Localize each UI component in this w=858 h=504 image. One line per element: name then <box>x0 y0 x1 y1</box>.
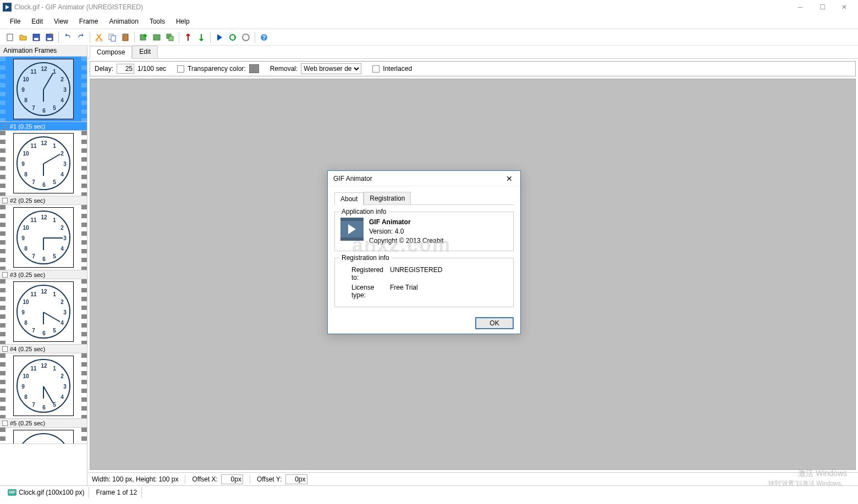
redo-icon[interactable] <box>75 31 87 43</box>
dimensions-label: Width: 100 px, Height: 100 px <box>92 475 178 483</box>
minimize-button[interactable]: ─ <box>789 0 811 14</box>
tab-compose[interactable]: Compose <box>90 46 132 59</box>
paste-icon[interactable] <box>119 31 131 43</box>
offsetx-input[interactable] <box>221 474 243 484</box>
frame-caption: #1 (0.25 sec) <box>0 121 87 130</box>
menu-view[interactable]: View <box>48 15 74 27</box>
undo-icon[interactable] <box>62 31 74 43</box>
frame-item[interactable]: 121234567891011#3 (0.25 sec) <box>0 205 87 279</box>
titlebar: Clock.gif - GIF Animator (UNREGISTERED) … <box>0 0 858 14</box>
moveup-icon[interactable] <box>182 31 194 43</box>
menu-animation[interactable]: Animation <box>104 15 144 27</box>
svg-marker-0 <box>6 5 9 9</box>
frame-caption: #3 (0.25 sec) <box>0 270 87 279</box>
frame-label: #1 (0.25 sec) <box>10 123 45 130</box>
delay-input[interactable] <box>117 64 134 74</box>
editor-tabs: Compose Edit <box>87 46 858 59</box>
save-icon[interactable] <box>30 31 42 43</box>
offsety-label: Offset Y: <box>257 475 282 483</box>
saveas-icon[interactable] <box>43 31 56 43</box>
frames-panel: Animation Frames 121234567891011#1 (0.25… <box>0 46 87 485</box>
frame-label: #2 (0.25 sec) <box>10 197 45 204</box>
transparency-checkbox[interactable] <box>177 65 184 73</box>
menubar: File Edit View Frame Animation Tools Hel… <box>0 14 858 29</box>
open-icon[interactable] <box>17 31 29 43</box>
movedown-icon[interactable] <box>195 31 207 43</box>
menu-tools[interactable]: Tools <box>144 15 170 27</box>
frame-caption: #4 (0.25 sec) <box>0 344 87 353</box>
app-name: GIF Animator <box>369 218 444 227</box>
app-logo-icon <box>340 218 364 241</box>
frame-label: #3 (0.25 sec) <box>10 272 45 278</box>
cut-icon[interactable] <box>93 31 105 43</box>
frame-caption: #5 (0.25 sec) <box>0 418 87 427</box>
registered-to-value: UNREGISTERED <box>390 266 442 281</box>
copy-icon[interactable] <box>106 31 118 43</box>
frame-checkbox[interactable] <box>2 198 8 203</box>
delay-label: Delay: <box>95 65 113 73</box>
dialog-close-icon[interactable]: ✕ <box>504 173 515 184</box>
license-type-value: Free Trial <box>390 284 418 299</box>
addframe-icon[interactable] <box>138 31 150 43</box>
reginfo-legend: Registration info <box>339 254 392 262</box>
svg-rect-15 <box>169 36 173 41</box>
svg-point-17 <box>230 35 235 40</box>
frames-list[interactable]: 121234567891011#1 (0.25 sec)121234567891… <box>0 57 87 485</box>
statusbar: GIFClock.gif (100x100 px) Frame 1 of 12 <box>0 485 858 499</box>
help-icon[interactable]: ? <box>258 31 270 43</box>
appinfo-legend: Application info <box>339 208 388 215</box>
removal-label: Removal: <box>270 65 298 73</box>
frame-caption: #2 (0.25 sec) <box>0 196 87 204</box>
window-title: Clock.gif - GIF Animator (UNREGISTERED) <box>14 3 789 11</box>
svg-rect-13 <box>153 35 160 40</box>
toolbar: ? <box>0 29 858 46</box>
svg-point-18 <box>243 34 249 41</box>
tab-edit[interactable]: Edit <box>132 46 158 58</box>
dialog-tab-registration[interactable]: Registration <box>364 192 411 204</box>
new-icon[interactable] <box>4 31 16 43</box>
dialog-title: GIF Animator <box>333 175 372 182</box>
svg-rect-1 <box>7 34 13 41</box>
frame-item[interactable]: 121234567891011#4 (0.25 sec) <box>0 279 87 353</box>
ok-button[interactable]: OK <box>475 317 514 329</box>
maximize-button[interactable]: ☐ <box>811 0 833 14</box>
editor-status: Width: 100 px, Height: 100 px Offset X: … <box>87 472 858 485</box>
registered-to-label: Registered to: <box>340 266 390 281</box>
frames-panel-header: Animation Frames <box>0 46 87 57</box>
svg-rect-5 <box>47 38 52 40</box>
menu-file[interactable]: File <box>4 15 26 27</box>
frame-checkbox[interactable] <box>2 346 8 352</box>
frame-label: #4 (0.25 sec) <box>10 346 45 352</box>
delay-unit: 1/100 sec <box>138 65 166 73</box>
interlaced-label: Interlaced <box>383 65 412 73</box>
interlaced-checkbox[interactable] <box>372 65 380 73</box>
frame-item[interactable]: 121234567891011#2 (0.25 sec) <box>0 131 87 205</box>
stop-icon[interactable] <box>240 31 252 43</box>
status-filename: GIFClock.gif (100x100 px) <box>3 487 89 498</box>
license-type-label: License type: <box>340 284 390 299</box>
menu-edit[interactable]: Edit <box>26 15 48 27</box>
frame-checkbox[interactable] <box>2 272 8 278</box>
frame-item[interactable]: 121234567891011#5 (0.25 sec) <box>0 353 87 428</box>
transparency-swatch[interactable] <box>249 64 259 73</box>
play-icon[interactable] <box>213 31 226 43</box>
duplicateframe-icon[interactable] <box>164 31 176 43</box>
frame-item[interactable]: 121234567891011#1 (0.25 sec) <box>0 57 87 131</box>
registration-info-group: Registration info Registered to:UNREGIST… <box>334 258 514 307</box>
offsety-input[interactable] <box>285 474 307 484</box>
close-button[interactable]: ✕ <box>833 0 855 14</box>
menu-frame[interactable]: Frame <box>74 15 104 27</box>
loop-icon[interactable] <box>227 31 239 43</box>
menu-help[interactable]: Help <box>170 15 195 27</box>
removal-select[interactable]: Web browser de <box>301 63 361 74</box>
frame-checkbox[interactable] <box>2 420 8 426</box>
dialog-tab-about[interactable]: About <box>334 192 364 205</box>
dialog-titlebar[interactable]: GIF Animator ✕ <box>328 171 520 186</box>
app-version: Version: 4.0 <box>369 227 444 236</box>
frame-checkbox[interactable] <box>2 124 8 129</box>
insertframe-icon[interactable] <box>151 31 163 43</box>
offsetx-label: Offset X: <box>192 475 217 483</box>
frame-properties-bar: Delay: 1/100 sec Transparency color: Rem… <box>90 61 856 76</box>
app-copyright: Copyright © 2013 Creabit <box>369 236 444 246</box>
status-frame: Frame 1 of 12 <box>91 487 142 498</box>
